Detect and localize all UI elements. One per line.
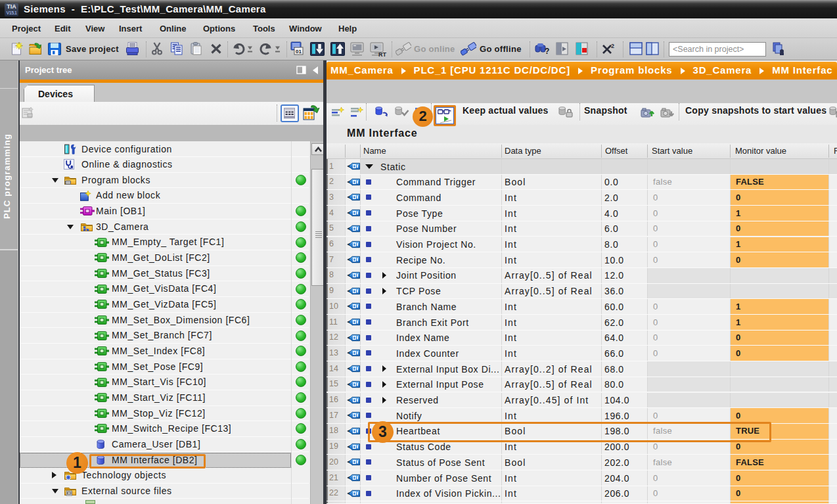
- svg-text:2: 2: [611, 43, 614, 49]
- svg-text:?: ?: [545, 47, 549, 56]
- svg-text:01: 01: [296, 49, 302, 55]
- svg-text:RT: RT: [378, 51, 386, 57]
